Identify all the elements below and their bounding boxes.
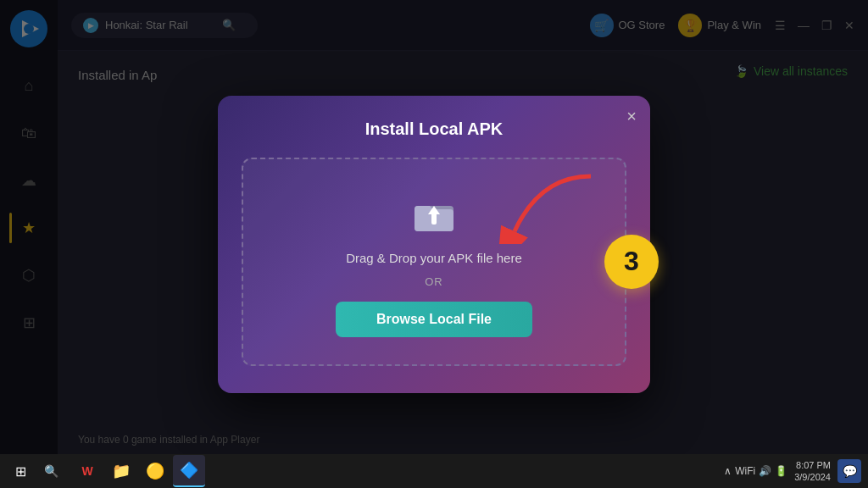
system-tray: ∧ WiFi 🔊 🔋 [724, 465, 787, 477]
taskbar-app-w[interactable]: W [71, 455, 103, 487]
battery-icon: 🔋 [775, 465, 787, 477]
date-display: 3/9/2024 [794, 471, 831, 483]
install-apk-modal: Install Local APK × Drag & Drop your APK… [218, 96, 650, 393]
modal-title: Install Local APK [242, 119, 626, 139]
arrow-indicator [489, 168, 599, 247]
time-display: 8:07 PM [794, 459, 831, 471]
taskbar-app-circle[interactable]: 🟡 [139, 455, 171, 487]
step-badge: 3 [604, 235, 659, 289]
modal-close-button[interactable]: × [626, 108, 637, 125]
taskbar: ⊞ 🔍 W 📁 🟡 🔷 ∧ WiFi 🔊 🔋 8:07 PM 3/9/2024 … [0, 454, 868, 488]
upload-icon [409, 190, 459, 241]
drop-zone[interactable]: Drag & Drop your APK file here OR Browse… [242, 158, 626, 366]
or-text: OR [425, 275, 443, 288]
wifi-icon: WiFi [735, 465, 755, 477]
drag-drop-text: Drag & Drop your APK file here [346, 251, 522, 265]
taskbar-right: ∧ WiFi 🔊 🔋 8:07 PM 3/9/2024 💬 [724, 459, 861, 484]
taskbar-app-bluestacks[interactable]: 🔷 [173, 455, 205, 487]
chevron-up-icon[interactable]: ∧ [724, 465, 732, 477]
taskbar-search-button[interactable]: 🔍 [37, 458, 64, 485]
volume-icon: 🔊 [759, 465, 771, 477]
taskbar-app-folder[interactable]: 📁 [105, 455, 137, 487]
taskbar-apps: W 📁 🟡 🔷 [71, 455, 205, 487]
clock: 8:07 PM 3/9/2024 [794, 459, 831, 484]
windows-start-button[interactable]: ⊞ [7, 458, 34, 485]
browse-local-file-button[interactable]: Browse Local File [336, 302, 532, 337]
chat-button[interactable]: 💬 [837, 459, 861, 483]
modal-overlay: Install Local APK × Drag & Drop your APK… [0, 0, 868, 488]
